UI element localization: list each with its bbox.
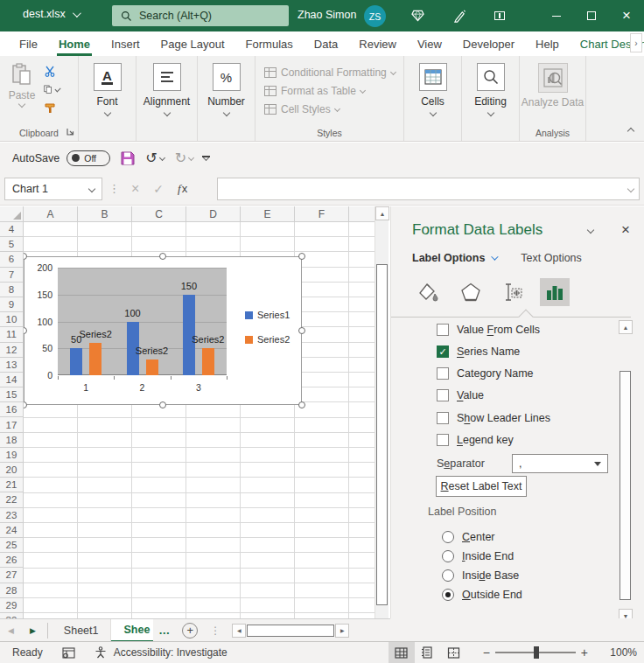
formula-input[interactable] — [217, 178, 640, 200]
drag-handle-icon[interactable]: ⋮ — [210, 625, 221, 637]
close-button[interactable]: × — [609, 0, 644, 31]
redo-button[interactable]: ↻ — [175, 150, 193, 166]
format-painter-button[interactable] — [44, 101, 60, 114]
name-box[interactable]: Chart 1 — [4, 178, 102, 200]
checkbox-value[interactable]: Value — [437, 389, 484, 401]
enter-button[interactable]: ✓ — [153, 182, 164, 196]
column-header-partial[interactable] — [349, 206, 374, 222]
column-header-E[interactable]: E — [241, 206, 295, 222]
data-label[interactable]: Series2 — [67, 329, 123, 339]
drag-handle-icon[interactable]: ⋮ — [108, 182, 121, 195]
column-header-D[interactable]: D — [186, 206, 241, 222]
number-button[interactable]: % Number — [198, 56, 255, 115]
ribbon-tab-insert[interactable]: Insert — [101, 31, 150, 56]
data-label[interactable]: Series2 — [180, 334, 236, 345]
ribbon-tab-overflow[interactable]: › — [630, 33, 642, 52]
radio-center[interactable]: Center — [442, 531, 495, 543]
select-all-corner[interactable] — [0, 206, 24, 222]
radio-inside-base[interactable]: Inside Base — [442, 569, 519, 582]
size-properties-icon[interactable] — [498, 278, 528, 306]
radio-inside-end[interactable]: Inside End — [442, 550, 514, 562]
reset-label-text-button[interactable]: Reset Label Text — [436, 476, 527, 497]
row-header-24[interactable]: 24 — [0, 523, 23, 538]
row-header-20[interactable]: 20 — [0, 463, 23, 478]
chart-resize-handle[interactable] — [298, 253, 305, 260]
row-header-23[interactable]: 23 — [0, 508, 23, 523]
next-sheet-icon[interactable]: ▶ — [22, 626, 44, 635]
format-as-table-button[interactable]: Format as Table — [264, 81, 403, 100]
normal-view-button[interactable] — [388, 642, 415, 663]
row-header-16[interactable]: 16 — [0, 402, 23, 417]
cells-button[interactable]: Cells — [404, 56, 461, 115]
analyze-data-button[interactable]: Analyze Data — [520, 56, 585, 109]
data-label[interactable]: Series2 — [124, 345, 180, 356]
zoom-in-button[interactable]: + — [576, 646, 593, 660]
cell-styles-button[interactable]: Cell Styles — [264, 100, 403, 118]
scrollbar-thumb[interactable] — [620, 371, 631, 600]
grid-viewport[interactable]: 05010015020050Series21100Series22150Seri… — [24, 222, 374, 618]
copy-button[interactable] — [44, 83, 60, 95]
checkbox-show-leader-lines[interactable]: Show Leader Lines — [437, 412, 550, 424]
column-header-B[interactable]: B — [78, 206, 132, 222]
row-header-15[interactable]: 15 — [0, 387, 23, 402]
ribbon-tab-file[interactable]: File — [9, 31, 48, 56]
row-header-26[interactable]: 26 — [0, 553, 23, 568]
document-title[interactable]: dest.xlsx — [23, 8, 79, 20]
row-header-9[interactable]: 9 — [0, 297, 23, 312]
tab-label-options[interactable]: Label Options — [412, 252, 496, 264]
maximize-button[interactable] — [574, 0, 609, 31]
row-header-27[interactable]: 27 — [0, 568, 23, 583]
pane-scrollbar[interactable]: ▲ ▼ — [619, 320, 633, 623]
row-header-21[interactable]: 21 — [0, 478, 23, 492]
sheet-tab-active[interactable]: Shee — [111, 619, 153, 642]
pen-icon[interactable] — [450, 7, 469, 24]
ribbon-tab-developer[interactable]: Developer — [452, 31, 525, 56]
column-header-F[interactable]: F — [295, 206, 349, 222]
checkbox-legend-key[interactable]: Legend key — [437, 434, 514, 446]
accessibility-status[interactable]: Accessibility: Investigate — [114, 646, 228, 659]
customize-toolbar-button[interactable] — [204, 156, 208, 160]
checkbox-category-name[interactable]: Category Name — [437, 367, 534, 380]
pane-close-icon[interactable]: × — [616, 221, 635, 239]
bar-series2-cat1[interactable] — [89, 343, 102, 375]
new-sheet-button[interactable]: + — [182, 623, 198, 639]
row-header-10[interactable]: 10 — [0, 312, 23, 327]
scroll-left-icon[interactable]: ◀ — [232, 624, 246, 638]
avatar[interactable]: ZS — [364, 5, 386, 27]
row-header-6[interactable]: 6 — [0, 252, 23, 267]
data-label[interactable]: 150 — [161, 281, 217, 291]
editing-button[interactable]: Editing — [462, 56, 519, 115]
ribbon-tab-review[interactable]: Review — [348, 31, 407, 56]
horizontal-scrollbar[interactable]: ◀ ▶ — [232, 624, 349, 638]
checkbox-value-from-cells[interactable]: Value From Cells — [437, 324, 540, 336]
minimize-button[interactable] — [539, 0, 574, 31]
zoom-level[interactable]: 100% — [597, 646, 637, 659]
legend-series1[interactable]: Series1 — [245, 310, 290, 320]
row-header-28[interactable]: 28 — [0, 583, 23, 598]
pane-options-chevron-icon[interactable] — [587, 227, 594, 234]
undo-button[interactable]: ↺ — [145, 150, 164, 166]
bar-series1-cat1[interactable] — [70, 348, 82, 375]
scroll-up-icon[interactable]: ▲ — [375, 206, 389, 220]
conditional-formatting-button[interactable]: Conditional Formatting — [264, 63, 403, 81]
scroll-right-icon[interactable]: ▶ — [335, 624, 349, 638]
zoom-out-button[interactable]: − — [478, 646, 495, 660]
chart-resize-handle[interactable] — [24, 327, 27, 334]
radio-outside-end[interactable]: Outside End — [442, 589, 522, 601]
zoom-slider-thumb[interactable] — [534, 646, 539, 659]
separator-dropdown[interactable]: , — [512, 454, 608, 473]
bar-series2-cat3[interactable] — [202, 348, 214, 375]
fill-line-icon[interactable] — [414, 278, 444, 306]
save-button[interactable] — [121, 151, 135, 165]
chart-resize-handle[interactable] — [159, 401, 166, 408]
tab-text-options[interactable]: Text Options — [521, 252, 581, 264]
row-header-11[interactable]: 11 — [0, 327, 23, 342]
scrollbar-thumb[interactable] — [247, 625, 334, 637]
page-break-preview-button[interactable] — [441, 642, 467, 663]
expand-formula-bar-icon[interactable] — [627, 185, 634, 192]
chart-resize-handle[interactable] — [24, 253, 27, 260]
data-label[interactable]: 100 — [105, 308, 161, 318]
font-button[interactable]: A Font — [79, 56, 136, 115]
cut-button[interactable] — [44, 65, 60, 77]
search-box[interactable]: Search (Alt+Q) — [112, 5, 289, 26]
